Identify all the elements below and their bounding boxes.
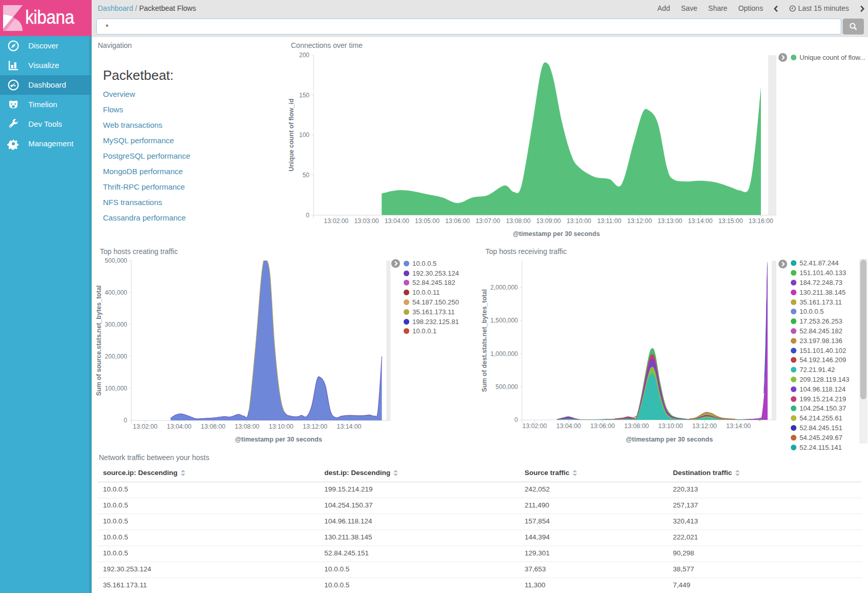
svg-text:13:16:00: 13:16:00 xyxy=(749,217,773,225)
svg-text:13:03:00: 13:03:00 xyxy=(354,217,379,225)
svg-text:13:08:00: 13:08:00 xyxy=(624,422,649,430)
svg-text:13:02:00: 13:02:00 xyxy=(324,217,349,225)
svg-text:200,000: 200,000 xyxy=(105,353,128,360)
svg-text:100,000: 100,000 xyxy=(105,385,128,392)
svg-text:100: 100 xyxy=(299,131,309,139)
svg-text:13:13:00: 13:13:00 xyxy=(657,217,682,225)
svg-text:500,000: 500,000 xyxy=(105,257,128,264)
svg-text:13:06:00: 13:06:00 xyxy=(445,217,470,225)
svg-text:@timestamp per 30 seconds: @timestamp per 30 seconds xyxy=(626,436,713,443)
svg-text:0: 0 xyxy=(306,212,309,219)
svg-text:13:05:00: 13:05:00 xyxy=(415,217,440,225)
svg-text:13:10:00: 13:10:00 xyxy=(269,423,293,430)
svg-text:150: 150 xyxy=(299,92,309,99)
svg-text:13:04:00: 13:04:00 xyxy=(167,423,192,430)
svg-text:0: 0 xyxy=(124,417,127,424)
svg-text:13:06:00: 13:06:00 xyxy=(201,423,225,430)
svg-text:13:10:00: 13:10:00 xyxy=(566,217,591,225)
svg-text:Unique count of flow_id: Unique count of flow_id xyxy=(288,98,295,172)
svg-text:13:15:00: 13:15:00 xyxy=(718,217,743,225)
svg-text:13:14:00: 13:14:00 xyxy=(337,423,361,430)
svg-text:13:06:00: 13:06:00 xyxy=(591,422,615,430)
svg-text:50: 50 xyxy=(303,172,310,179)
svg-text:13:07:00: 13:07:00 xyxy=(476,217,500,225)
svg-text:0: 0 xyxy=(514,416,518,423)
svg-text:400,000: 400,000 xyxy=(105,289,128,296)
svg-text:1,000,000: 1,000,000 xyxy=(491,350,518,358)
svg-text:13:02:00: 13:02:00 xyxy=(133,423,158,430)
svg-text:13:08:00: 13:08:00 xyxy=(506,217,531,225)
svg-text:13:11:00: 13:11:00 xyxy=(597,217,621,225)
svg-text:Sum of source.stats.net_bytes_: Sum of source.stats.net_bytes_total xyxy=(95,285,102,396)
svg-text:500,000: 500,000 xyxy=(496,383,518,391)
svg-text:13:12:00: 13:12:00 xyxy=(303,423,327,430)
svg-text:13:10:00: 13:10:00 xyxy=(658,422,683,430)
svg-text:1,500,000: 1,500,000 xyxy=(491,317,518,324)
svg-text:13:02:00: 13:02:00 xyxy=(523,422,547,430)
svg-text:13:08:00: 13:08:00 xyxy=(235,423,259,430)
svg-text:13:12:00: 13:12:00 xyxy=(692,422,717,430)
svg-text:13:14:00: 13:14:00 xyxy=(688,217,713,225)
svg-text:13:12:00: 13:12:00 xyxy=(627,217,652,225)
svg-text:13:04:00: 13:04:00 xyxy=(557,422,581,430)
svg-text:13:14:00: 13:14:00 xyxy=(726,422,751,430)
svg-text:200: 200 xyxy=(299,52,309,59)
svg-text:Sum of dest.stats.net_bytes_to: Sum of dest.stats.net_bytes_total xyxy=(481,289,488,392)
svg-text:300,000: 300,000 xyxy=(105,321,128,328)
svg-text:@timestamp per 30 seconds: @timestamp per 30 seconds xyxy=(513,230,600,238)
svg-text:2,000,000: 2,000,000 xyxy=(491,284,518,291)
svg-text:@timestamp per 30 seconds: @timestamp per 30 seconds xyxy=(235,436,322,443)
svg-text:13:09:00: 13:09:00 xyxy=(536,217,561,225)
svg-text:13:04:00: 13:04:00 xyxy=(385,217,409,225)
